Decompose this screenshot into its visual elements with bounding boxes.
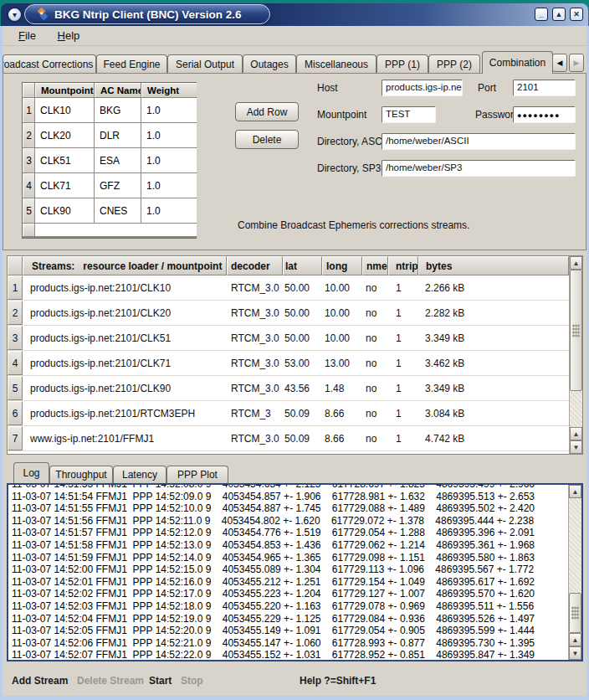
col-header-ntrip[interactable]: ntrip [388, 256, 418, 275]
tab-log[interactable]: Log [13, 462, 49, 483]
scroll-down-button[interactable]: ▼ [570, 440, 582, 454]
streams-header-row: Streams: resource loader / mountpoint de… [8, 256, 569, 275]
scroll-up-button[interactable]: ▲ [570, 256, 582, 270]
password-input[interactable]: ●●●●●●●● [513, 106, 576, 123]
host-input[interactable]: products.igs-ip.net [382, 80, 463, 96]
cell-mountpoint[interactable]: CLK51 [35, 148, 94, 172]
window-frame: File Help Broadcast Corrections Feed Eng… [0, 26, 589, 700]
delete-button[interactable]: Delete [235, 130, 299, 149]
directory-ascii-input[interactable]: /home/weber/ASCII [382, 133, 576, 150]
cell-mountpoint[interactable]: CLK90 [35, 198, 94, 223]
row-header: 1 [23, 98, 34, 122]
row-header: 4 [23, 173, 34, 198]
arrow-right-icon: ▶ [574, 59, 580, 67]
tab-miscellaneous[interactable]: Miscellaneous [296, 54, 376, 73]
streams-scrollbar[interactable]: ▲ ▲ ▼ [569, 256, 582, 454]
tab-throughput[interactable]: Throughput [49, 466, 113, 483]
row-header: 5 [23, 198, 34, 223]
thumb-grip [572, 324, 580, 337]
help-button[interactable]: Help ?=Shift+F1 [300, 675, 376, 687]
cell-weight[interactable]: 1.0 [141, 173, 197, 198]
window-title: BKG Ntrip Client (BNC) Version 2.6 [54, 8, 242, 21]
directory-sp3-input[interactable]: /home/weber/SP3 [382, 160, 576, 177]
scroll-up-button[interactable]: ▲ [569, 485, 581, 498]
arrow-up-icon: ▲ [573, 260, 580, 267]
app-window: ▾ BKG Ntrip Client (BNC) Version 2.6 _ ▲… [0, 0, 589, 700]
stream-row[interactable]: 4 products.igs-ip.net:2101/CLK71 RTCM_3.… [8, 351, 569, 376]
col-header-lat[interactable]: lat [283, 256, 322, 275]
cell-ac-name[interactable]: GFZ [95, 173, 141, 198]
delete-stream-button: Delete Stream [77, 675, 144, 687]
stream-row[interactable]: 6 products.igs-ip.net:2101/RTCM3EPH RTCM… [8, 401, 569, 426]
directory-ascii-label: Directory, ASCII [317, 136, 387, 147]
arrow-up-icon: ▲ [573, 430, 580, 438]
col-header-mountpoint[interactable]: Mountpoint [35, 83, 94, 97]
minimize-button[interactable]: _ [535, 8, 548, 21]
arrow-down-icon: ▼ [572, 650, 579, 657]
close-button[interactable]: ✕ [570, 8, 583, 21]
stream-row[interactable]: 5 products.igs-ip.net:2101/CLK90 RTCM_3.… [8, 376, 569, 401]
tab-ppp-plot[interactable]: PPP Plot [166, 466, 228, 483]
tab-feed-engine[interactable]: Feed Engine [96, 54, 167, 73]
thumb-grip [571, 606, 579, 620]
menu-help[interactable]: Help [55, 29, 83, 42]
log-scrollbar[interactable]: ▲ ▲ ▼ [568, 485, 581, 660]
host-label: Host [317, 82, 338, 94]
col-header-weight[interactable]: Weight [141, 83, 197, 97]
row-header [23, 224, 34, 236]
scroll-up-button[interactable]: ▲ [570, 427, 582, 440]
cell-weight[interactable]: 1.0 [141, 148, 197, 172]
col-header-ac-name[interactable]: AC Name [95, 83, 141, 97]
cell-mountpoint[interactable]: CLK71 [35, 173, 94, 198]
cell-weight[interactable]: 1.0 [141, 198, 197, 223]
stream-row[interactable]: 3 products.igs-ip.net:2101/CLK51 RTCM_3.… [8, 326, 569, 351]
cell-ac-name[interactable]: DLR [95, 123, 141, 147]
menubar: File Help [3, 26, 586, 46]
row-header: 3 [23, 148, 34, 172]
mountpoint-input[interactable]: TEST [382, 106, 436, 123]
stream-row[interactable]: 7 www.igs-ip.net:2101/FFMJ1 RTCM_3.0 50.… [8, 426, 569, 451]
cell-mountpoint[interactable]: CLK20 [35, 123, 94, 147]
col-header-nmea[interactable]: nmea [362, 256, 388, 275]
empty-row[interactable] [35, 224, 197, 236]
scrollbar-thumb[interactable] [569, 593, 581, 633]
combination-note: Combine Broadcast Ephemeris corrections … [238, 219, 469, 231]
col-header-mountpoint[interactable]: Streams: resource loader / mountpoint [23, 256, 227, 275]
scrollbar-thumb[interactable] [570, 270, 582, 391]
add-stream-button[interactable]: Add Stream [12, 675, 68, 687]
col-header-long[interactable]: long [322, 256, 362, 275]
cell-ac-name[interactable]: BKG [95, 98, 141, 122]
scroll-down-button[interactable]: ▼ [569, 646, 581, 660]
tab-latency[interactable]: Latency [113, 466, 166, 483]
tab-outages[interactable]: Outages [243, 54, 296, 73]
stream-row[interactable]: 2 products.igs-ip.net:2101/CLK20 RTCM_3.… [8, 301, 569, 326]
tab-scroll-left-button[interactable]: ◀ [552, 54, 567, 72]
tab-scroll-right-button[interactable]: ▶ [569, 54, 584, 72]
port-input[interactable]: 2101 [513, 80, 576, 96]
menu-file[interactable]: File [16, 29, 38, 42]
cell-weight[interactable]: 1.0 [141, 123, 197, 147]
cell-mountpoint[interactable]: CLK10 [35, 98, 94, 122]
cell-ac-name[interactable]: CNES [95, 198, 141, 223]
directory-sp3-label: Directory, SP3 [317, 162, 381, 174]
scroll-up-button[interactable]: ▲ [569, 633, 581, 646]
cell-weight[interactable]: 1.0 [141, 98, 197, 122]
log-text: 11-03-07 14:51:53 FFMJ1 PPP 14:52:08.0 9… [12, 483, 535, 661]
tab-ppp-1[interactable]: PPP (1) [376, 54, 428, 73]
arrow-down-icon: ▼ [573, 444, 580, 451]
add-row-button[interactable]: Add Row [235, 102, 299, 121]
stream-row[interactable]: 1 products.igs-ip.net:2101/CLK10 RTCM_3.… [8, 275, 569, 301]
tab-broadcast-corrections[interactable]: Broadcast Corrections [3, 54, 96, 73]
col-header-bytes[interactable]: bytes [418, 256, 569, 275]
streams-table: Streams: resource loader / mountpoint de… [7, 255, 583, 455]
tab-serial-output[interactable]: Serial Output [167, 54, 243, 73]
start-button[interactable]: Start [149, 675, 172, 687]
col-header-decoder[interactable]: decoder [227, 256, 283, 275]
maximize-button[interactable]: ▲ [552, 8, 566, 21]
cell-ac-name[interactable]: ESA [95, 148, 141, 172]
window-menu-button[interactable]: ▾ [7, 7, 23, 23]
log-output[interactable]: 11-03-07 14:51:53 FFMJ1 PPP 14:52:08.0 9… [7, 483, 583, 661]
tab-ppp-2[interactable]: PPP (2) [428, 54, 480, 73]
arrow-left-icon: ◀ [557, 59, 563, 67]
tab-combination[interactable]: Combination [482, 51, 553, 74]
